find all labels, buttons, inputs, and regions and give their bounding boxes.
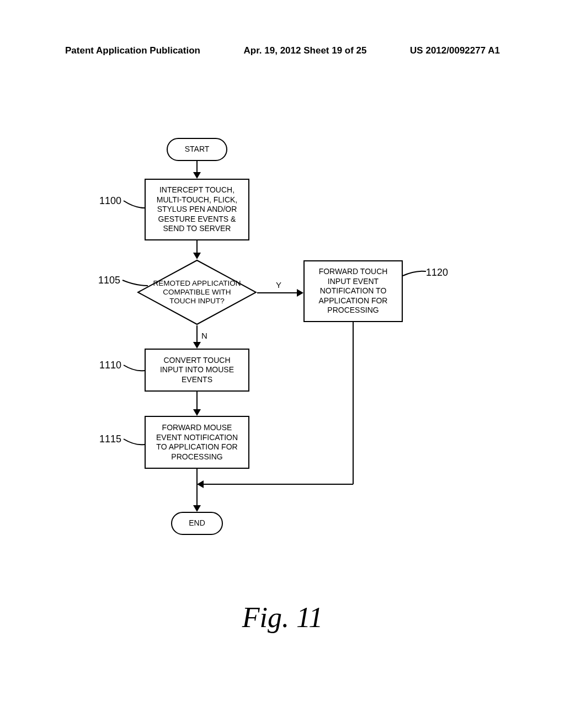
label-1120: 1120 — [426, 267, 448, 279]
label-1105: 1105 — [98, 275, 120, 286]
svg-marker-1 — [193, 172, 201, 179]
figure-caption: Fig. 11 — [0, 601, 565, 634]
label-1115: 1115 — [99, 433, 121, 445]
arrow-fwdmouse-to-end — [196, 469, 198, 512]
node-end: END — [171, 512, 223, 535]
label-1110: 1110 — [99, 360, 121, 371]
node-decision-text: REMOTED APPLICATION COMPATIBLE WITH TOUC… — [137, 259, 257, 325]
leader-1100 — [124, 198, 146, 209]
arrow-decision-yes — [257, 291, 303, 295]
header-right: US 2012/0092277 A1 — [410, 45, 500, 56]
leader-1110 — [124, 363, 146, 373]
arrow-start-to-intercept — [196, 161, 198, 179]
flowchart: START INTERCEPT TOUCH, MULTI-TOUCH, FLIC… — [0, 138, 565, 579]
leader-1120 — [403, 270, 426, 278]
arrow-intercept-to-decision — [196, 240, 198, 259]
node-decision: REMOTED APPLICATION COMPATIBLE WITH TOUC… — [137, 259, 257, 325]
header-mid: Apr. 19, 2012 Sheet 19 of 25 — [244, 45, 367, 56]
page-header: Patent Application Publication Apr. 19, … — [65, 45, 500, 56]
svg-marker-3 — [193, 253, 201, 259]
node-intercept: INTERCEPT TOUCH, MULTI-TOUCH, FLICK, STY… — [145, 179, 249, 240]
svg-marker-6 — [297, 289, 303, 297]
node-forward-touch: FORWARD TOUCH INPUT EVENT NOTIFICATION T… — [303, 260, 403, 322]
arrow-forward-touch-to-merge — [197, 322, 357, 488]
svg-marker-15 — [193, 505, 201, 512]
leader-1105 — [122, 278, 149, 289]
node-start-text: START — [185, 144, 210, 154]
label-1100: 1100 — [99, 195, 121, 207]
node-intercept-text: INTERCEPT TOUCH, MULTI-TOUCH, FLICK, STY… — [151, 185, 243, 234]
node-end-text: END — [189, 518, 205, 528]
leader-1115 — [124, 437, 146, 447]
node-start: START — [167, 138, 227, 161]
header-left: Patent Application Publication — [65, 45, 200, 56]
node-forward-touch-text: FORWARD TOUCH INPUT EVENT NOTIFICATION T… — [310, 267, 396, 315]
flowlabel-yes: Y — [276, 280, 281, 290]
